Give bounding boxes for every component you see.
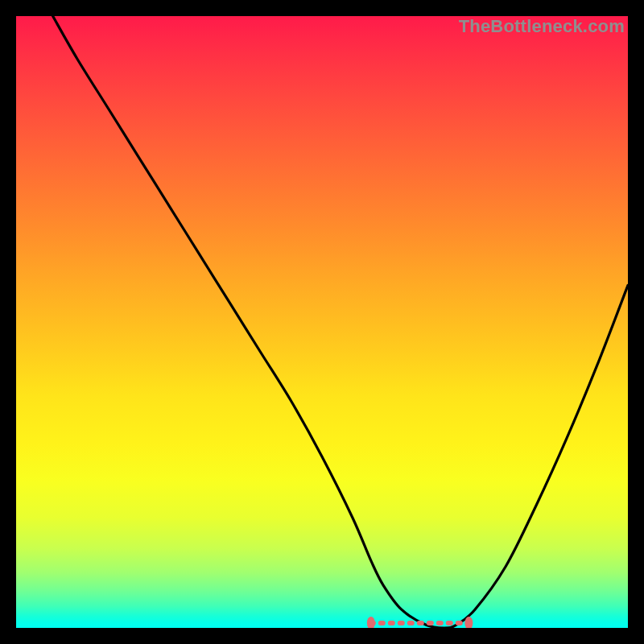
watermark-text: TheBottleneck.com	[459, 16, 625, 37]
bottleneck-curve	[53, 16, 628, 628]
curve-layer	[16, 16, 628, 628]
chart-frame: TheBottleneck.com	[16, 16, 628, 628]
flat-region-markers	[367, 617, 473, 628]
plot-area	[16, 16, 628, 628]
